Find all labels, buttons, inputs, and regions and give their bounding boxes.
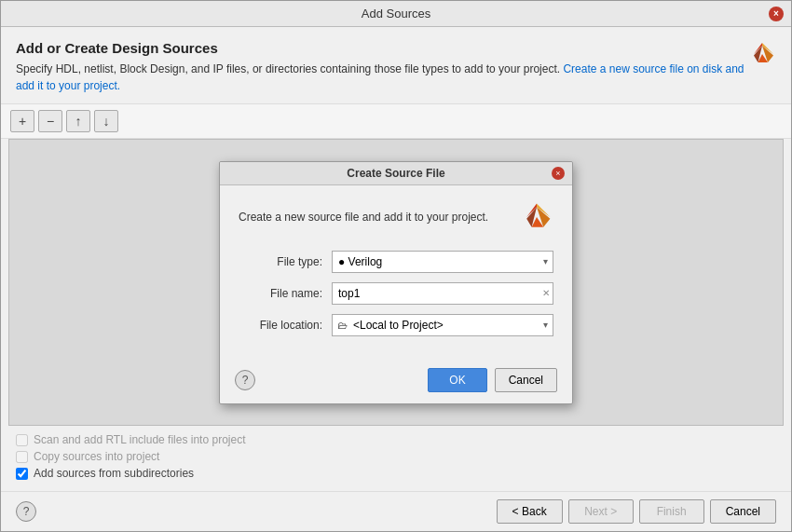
dialog-help-button[interactable]: ?	[235, 370, 255, 390]
dialog-close-button[interactable]: ×	[552, 167, 565, 180]
footer-right: < Back Next > Finish Cancel	[497, 499, 776, 524]
sources-table-area: Create Source File × Create a new source…	[8, 139, 784, 426]
dialog-cancel-button[interactable]: Cancel	[495, 368, 557, 392]
finish-button[interactable]: Finish	[639, 499, 704, 524]
move-up-button[interactable]: ↑	[66, 110, 90, 132]
dialog-buttons: OK Cancel	[428, 368, 557, 392]
cancel-button[interactable]: Cancel	[710, 499, 776, 524]
dialog-header-text: Create a new source file and add it to y…	[239, 211, 488, 224]
dialog-title: Create Source File	[240, 167, 552, 180]
copy-sources-checkbox[interactable]	[16, 451, 28, 463]
file-type-row: File type: ● Verilog VHDL SystemVerilog …	[239, 251, 553, 273]
add-subdirs-checkbox-row[interactable]: Add sources from subdirectories	[16, 467, 776, 480]
file-type-label: File type:	[239, 255, 332, 268]
scan-rtl-checkbox[interactable]	[16, 434, 28, 446]
toolbar: + − ↑ ↓	[1, 104, 791, 139]
file-type-wrapper: ● Verilog VHDL SystemVerilog ▾	[332, 251, 553, 273]
copy-sources-checkbox-row[interactable]: Copy sources into project	[16, 450, 776, 463]
window-title: Add Sources	[23, 7, 769, 20]
add-source-button[interactable]: +	[10, 110, 34, 132]
help-button[interactable]: ?	[16, 501, 36, 522]
back-button[interactable]: < Back	[497, 499, 563, 524]
up-arrow-icon: ↑	[75, 114, 82, 129]
dialog-header: Create a new source file and add it to y…	[239, 200, 553, 234]
file-name-input[interactable]	[332, 282, 553, 305]
footer: ? < Back Next > Finish Cancel	[1, 491, 791, 531]
header-section: Add or Create Design Sources Specify HDL…	[1, 27, 791, 104]
file-name-row: File name: ✕	[239, 282, 553, 305]
down-arrow-icon: ↓	[103, 114, 110, 129]
xilinx-logo	[748, 40, 776, 68]
remove-source-button[interactable]: −	[38, 110, 62, 132]
title-bar: Add Sources ×	[1, 1, 791, 27]
next-button[interactable]: Next >	[568, 499, 634, 524]
file-type-select[interactable]: ● Verilog VHDL SystemVerilog	[332, 251, 553, 273]
bottom-options: Scan and add RTL include files into proj…	[1, 426, 791, 491]
move-down-button[interactable]: ↓	[94, 110, 118, 132]
file-name-label: File name:	[239, 287, 332, 300]
dialog-body: Create a new source file and add it to y…	[220, 185, 572, 361]
copy-sources-label: Copy sources into project	[34, 450, 159, 463]
file-location-label: File location:	[239, 319, 332, 332]
header-desc-part1: Specify HDL, netlist, Block Design, and …	[16, 62, 563, 75]
add-subdirs-label: Add sources from subdirectories	[34, 467, 194, 480]
minus-icon: −	[47, 114, 54, 129]
file-name-clear-icon[interactable]: ✕	[542, 288, 550, 298]
dialog-footer: ? OK Cancel	[220, 361, 572, 403]
footer-left: ?	[16, 501, 36, 522]
file-location-row: File location: 🗁 <Local to Project> Choo…	[239, 314, 553, 336]
ok-button[interactable]: OK	[428, 368, 486, 392]
file-name-wrapper: ✕	[332, 282, 553, 305]
scan-rtl-checkbox-row[interactable]: Scan and add RTL include files into proj…	[16, 433, 776, 446]
add-subdirs-checkbox[interactable]	[16, 468, 28, 480]
page-title: Add or Create Design Sources	[16, 40, 748, 56]
modal-backdrop: Create Source File × Create a new source…	[9, 140, 783, 425]
main-window: Add Sources × Add or Create Design Sourc…	[0, 0, 792, 532]
window-close-button[interactable]: ×	[769, 7, 784, 21]
dialog-xilinx-logo	[520, 200, 553, 234]
header-description: Specify HDL, netlist, Block Design, and …	[16, 61, 748, 94]
file-location-wrapper: 🗁 <Local to Project> Choose Location... …	[332, 314, 553, 336]
scan-rtl-label: Scan and add RTL include files into proj…	[34, 433, 245, 446]
create-source-dialog: Create Source File × Create a new source…	[219, 161, 573, 404]
header-text-container: Add or Create Design Sources Specify HDL…	[16, 40, 748, 94]
add-icon: +	[19, 114, 26, 129]
dialog-title-bar: Create Source File ×	[220, 162, 572, 185]
file-location-select[interactable]: <Local to Project> Choose Location...	[332, 314, 553, 336]
